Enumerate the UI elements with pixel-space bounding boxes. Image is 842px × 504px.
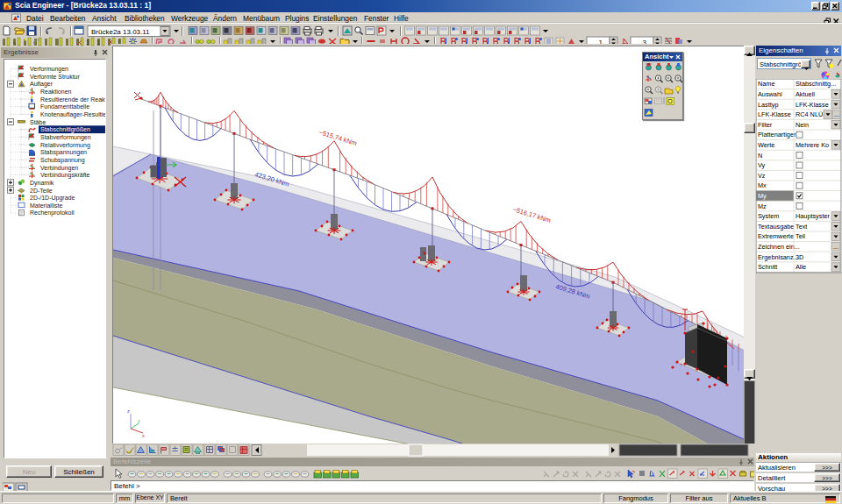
svg-text:Fundamenttabelle: Fundamenttabelle: [40, 103, 89, 110]
svg-text:2D-Teile: 2D-Teile: [30, 188, 53, 194]
svg-text:Nein: Nein: [796, 121, 809, 129]
svg-text:Schubspannung: Schubspannung: [40, 157, 85, 164]
svg-text:Relativverformung: Relativverformung: [40, 142, 90, 149]
svg-text:Vy: Vy: [758, 161, 766, 169]
svg-text:Stabschnittgrößen: Stabschnittgrößen: [40, 126, 90, 133]
svg-text:Alle: Alle: [796, 263, 806, 271]
svg-text:Brücke2a 13.03.11: Brücke2a 13.03.11: [91, 28, 150, 36]
svg-text:Teil: Teil: [796, 232, 805, 240]
svg-text:...: ...: [834, 111, 839, 117]
svg-text:1: 1: [96, 39, 100, 46]
svg-text:...: ...: [833, 244, 838, 250]
svg-text:x: x: [142, 433, 145, 438]
svg-text:RC4 NLÜ: RC4 NLÜ: [796, 110, 823, 118]
svg-text:Verformungen: Verformungen: [30, 66, 68, 73]
svg-text:Text: Text: [796, 223, 807, 231]
svg-text:z: z: [127, 408, 130, 414]
svg-text:LFK-Klasse: LFK-Klasse: [758, 110, 791, 118]
svg-text:Resultierende der Reaktionen: Resultierende der Reaktionen: [40, 96, 106, 103]
svg-text:Verformte Struktur: Verformte Struktur: [30, 74, 80, 80]
svg-text:−516,17 kNm: −516,17 kNm: [511, 205, 552, 224]
svg-text:3D: 3D: [796, 253, 803, 261]
svg-text:Stabschnittg...: Stabschnittg...: [796, 80, 836, 88]
svg-text:Vz: Vz: [758, 172, 766, 180]
svg-text:Auswahl: Auswahl: [758, 90, 782, 98]
svg-text:Filter: Filter: [758, 121, 773, 129]
svg-text:Materialliste: Materialliste: [30, 202, 62, 209]
svg-text:Ergebnisanz...: Ergebnisanz...: [758, 253, 799, 261]
svg-text:Werte: Werte: [758, 141, 774, 149]
svg-text:Mx: Mx: [758, 181, 767, 189]
svg-text:Hauptsyster: Hauptsyster: [796, 212, 831, 220]
svg-text:Stabspannungen: Stabspannungen: [40, 149, 87, 156]
svg-text:Knotenauflager-Resultierende: Knotenauflager-Resultierende: [40, 111, 106, 118]
svg-text:2D-/1D-Upgrade: 2D-/1D-Upgrade: [30, 195, 75, 202]
svg-text:Extremwerte: Extremwerte: [758, 232, 794, 240]
svg-text:Mz: Mz: [758, 202, 767, 210]
svg-text:System: System: [758, 212, 779, 220]
svg-text:Schnitt: Schnitt: [758, 263, 777, 271]
svg-text:Stäbe: Stäbe: [30, 119, 46, 125]
svg-text:Plattenartiger...: Plattenartiger...: [758, 131, 801, 138]
svg-text:Mehrere Ko: Mehrere Ko: [796, 141, 829, 149]
svg-text:Reaktionen: Reaktionen: [40, 89, 72, 95]
svg-text:Rechenprotokoll: Rechenprotokoll: [30, 209, 75, 217]
svg-text:Name: Name: [758, 80, 774, 88]
svg-text:Dynamik: Dynamik: [30, 180, 54, 187]
svg-text:Verbindungen: Verbindungen: [40, 165, 78, 172]
svg-text:LFK-Klasse: LFK-Klasse: [796, 101, 829, 109]
svg-text:Verbindungskräfte: Verbindungskräfte: [40, 172, 90, 179]
svg-text:Aktuell: Aktuell: [796, 90, 815, 98]
svg-text:−515,74 kNm: −515,74 kNm: [318, 128, 358, 147]
svg-text:Lasttyp: Lasttyp: [758, 101, 779, 109]
svg-text:My: My: [758, 192, 767, 200]
svg-text:y: y: [138, 418, 140, 423]
svg-text:Textausgabe: Textausgabe: [758, 223, 794, 231]
svg-text:1: 1: [86, 39, 89, 46]
svg-text:N: N: [758, 152, 762, 160]
svg-text:Auflager: Auflager: [30, 81, 54, 88]
svg-text:Stabverformungen: Stabverformungen: [40, 134, 91, 141]
